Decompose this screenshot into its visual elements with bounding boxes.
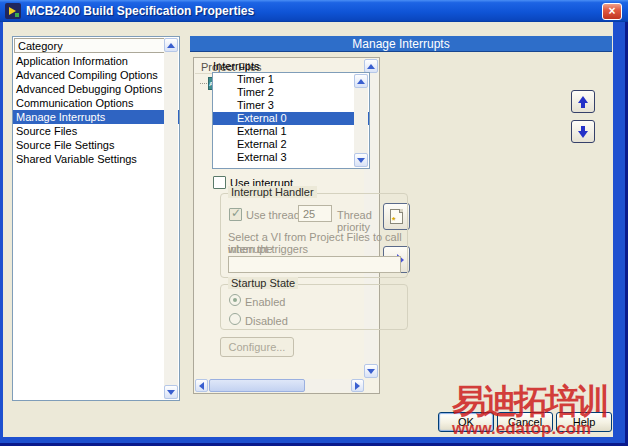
page-title: Manage Interrupts — [190, 36, 612, 52]
category-item-source-file-settings[interactable]: Source File Settings — [13, 138, 179, 152]
blue-arrow-up-icon — [578, 96, 588, 103]
interrupts-label: Interrupts — [213, 60, 259, 72]
move-up-button[interactable] — [571, 90, 595, 113]
use-thread-label: Use thread — [246, 209, 300, 221]
category-item-manage-interrupts[interactable]: Manage Interrupts — [13, 110, 179, 124]
project-files-hscrollbar[interactable] — [195, 379, 364, 392]
thread-priority-label: Thread priority — [337, 209, 407, 233]
startup-state-title: Startup State — [228, 277, 298, 289]
enabled-radio-label: Enabled — [245, 296, 285, 308]
scroll-right-icon[interactable] — [351, 379, 364, 392]
window-title: MCB2400 Build Specification Properties — [26, 4, 254, 18]
move-down-button[interactable] — [571, 120, 595, 143]
scroll-up-icon[interactable] — [364, 59, 378, 73]
interrupt-item-external2[interactable]: External 2 — [213, 138, 369, 151]
interrupt-item-timer1[interactable]: Timer 1 — [213, 73, 369, 86]
thread-priority-input[interactable]: 25 — [298, 205, 332, 222]
category-item-source-files[interactable]: Source Files — [13, 124, 179, 138]
interrupt-item-external0[interactable]: External 0 — [213, 112, 369, 125]
scroll-down-icon[interactable] — [164, 385, 178, 399]
scroll-left-icon[interactable] — [195, 379, 208, 392]
labview-icon — [5, 3, 21, 19]
category-scrollbar[interactable] — [164, 38, 178, 399]
use-thread-checkbox[interactable]: ✓ — [229, 208, 242, 221]
radio-dot — [233, 298, 237, 302]
ok-button[interactable]: OK — [438, 412, 494, 432]
scroll-down-icon[interactable] — [364, 364, 378, 378]
help-button[interactable]: Help — [556, 412, 612, 432]
dialog-body: Category Application Information Advance… — [3, 22, 613, 437]
titlebar[interactable]: MCB2400 Build Specification Properties × — [0, 0, 628, 22]
configure-button[interactable]: Configure... — [220, 337, 294, 357]
interrupts-scrollbar[interactable] — [354, 74, 368, 167]
vi-path-input[interactable] — [228, 256, 401, 273]
interrupt-handler-title: Interrupt Handler — [228, 186, 317, 198]
blue-arrow-down-icon — [578, 131, 588, 138]
interrupt-item-external3[interactable]: External 3 — [213, 151, 369, 164]
scroll-down-icon[interactable] — [354, 153, 368, 167]
check-icon: ✓ — [231, 206, 241, 220]
vi-select-hint-line2: interrupt triggers — [228, 243, 308, 255]
build-spec-properties-dialog: MCB2400 Build Specification Properties ×… — [0, 0, 628, 446]
use-interrupt-checkbox[interactable] — [213, 176, 226, 189]
category-item-communication-options[interactable]: Communication Options — [13, 96, 179, 110]
interrupt-item-timer2[interactable]: Timer 2 — [213, 86, 369, 99]
interrupt-item-timer3[interactable]: Timer 3 — [213, 99, 369, 112]
close-icon[interactable]: × — [602, 3, 622, 20]
category-item-application-information[interactable]: Application Information — [13, 54, 179, 68]
enabled-radio[interactable] — [229, 294, 241, 306]
startup-state-group: Startup State Enabled Disabled — [220, 284, 408, 330]
category-item-shared-variable-settings[interactable]: Shared Variable Settings — [13, 152, 179, 166]
category-item-advanced-debugging-options[interactable]: Advanced Debugging Options — [13, 82, 179, 96]
disabled-radio-label: Disabled — [245, 315, 288, 327]
disabled-radio[interactable] — [229, 313, 241, 325]
interrupt-item-external1[interactable]: External 1 — [213, 125, 369, 138]
cancel-button[interactable]: Cancel — [497, 412, 553, 432]
category-item-advanced-compiling-options[interactable]: Advanced Compiling Options — [13, 68, 179, 82]
interrupts-list: Timer 1 Timer 2 Timer 3 External 0 Exter… — [212, 72, 370, 169]
interrupt-handler-group: Interrupt Handler ✓ Use thread 25 Thread… — [220, 193, 408, 278]
tree-line — [200, 83, 207, 84]
category-list-header: Category — [14, 38, 178, 53]
scroll-up-icon[interactable] — [164, 38, 178, 52]
category-list: Category Application Information Advance… — [12, 36, 180, 401]
scroll-up-icon[interactable] — [354, 74, 368, 88]
hscrollbar-thumb[interactable] — [209, 379, 305, 392]
